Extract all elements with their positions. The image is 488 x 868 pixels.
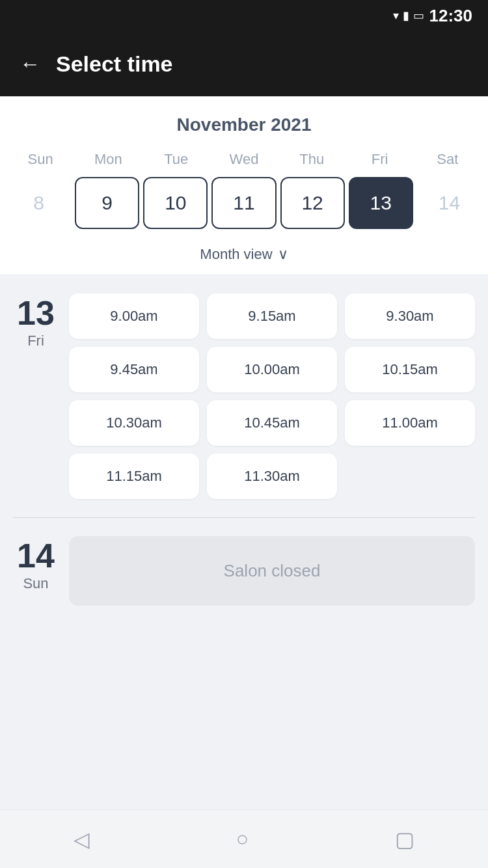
slot-1000am[interactable]: 10.00am [207, 347, 337, 392]
sunday-block: 14 Sun Salon closed [13, 536, 475, 619]
slot-1030am[interactable]: 10.30am [69, 400, 199, 446]
battery-icon: ▭ [413, 8, 424, 23]
slot-1045am[interactable]: 10.45am [207, 400, 337, 446]
slot-915am[interactable]: 9.15am [207, 293, 337, 339]
date-12[interactable]: 12 [280, 177, 345, 229]
month-label: November 2021 [0, 96, 488, 147]
nav-home-icon[interactable]: ○ [236, 827, 249, 851]
weekday-sat: Sat [414, 147, 481, 172]
slot-900am[interactable]: 9.00am [69, 293, 199, 339]
friday-slots-grid: 9.00am 9.15am 9.30am 9.45am 10.00am 10.1… [69, 293, 475, 499]
slot-1100am[interactable]: 11.00am [345, 400, 475, 446]
date-13[interactable]: 13 [349, 177, 413, 229]
calendar-section: November 2021 Sun Mon Tue Wed Thu Fri Sa… [0, 96, 488, 275]
chevron-down-icon: ∨ [278, 246, 288, 263]
date-8[interactable]: 8 [7, 177, 71, 229]
friday-name: Fri [27, 332, 44, 349]
header: ← Select time [0, 31, 488, 96]
friday-number: 13 [17, 296, 55, 330]
slot-1130am[interactable]: 11.30am [207, 454, 337, 499]
page-title: Select time [56, 51, 173, 77]
wifi-icon: ▾ [393, 8, 399, 23]
nav-recents-icon[interactable]: ▢ [395, 827, 414, 852]
status-bar: ▾ ▮ ▭ 12:30 [0, 0, 488, 31]
slot-1015am[interactable]: 10.15am [345, 347, 475, 392]
section-divider [13, 517, 475, 518]
month-view-toggle[interactable]: Month view ∨ [0, 239, 488, 275]
weekday-mon: Mon [74, 147, 142, 172]
weekdays-row: Sun Mon Tue Wed Thu Fri Sat [0, 147, 488, 172]
back-button[interactable]: ← [20, 52, 40, 76]
signal-icon: ▮ [403, 8, 409, 23]
date-14[interactable]: 14 [417, 177, 481, 229]
month-view-label: Month view [200, 246, 272, 263]
dates-row: 8 9 10 11 12 13 14 [0, 172, 488, 239]
weekday-wed: Wed [210, 147, 278, 172]
slot-945am[interactable]: 9.45am [69, 347, 199, 392]
status-icons: ▾ ▮ ▭ [393, 8, 424, 23]
sunday-name: Sun [23, 575, 48, 592]
slot-1115am[interactable]: 11.15am [69, 454, 199, 499]
friday-block: 13 Fri 9.00am 9.15am 9.30am 9.45am 10.00… [13, 293, 475, 499]
weekday-fri: Fri [346, 147, 413, 172]
closed-message: Salon closed [69, 536, 475, 606]
nav-back-icon[interactable]: ◁ [74, 827, 90, 852]
date-10[interactable]: 10 [143, 177, 208, 229]
weekday-thu: Thu [278, 147, 346, 172]
sunday-number: 14 [17, 539, 55, 573]
bottom-nav: ◁ ○ ▢ [0, 809, 488, 868]
weekday-tue: Tue [142, 147, 210, 172]
slot-930am[interactable]: 9.30am [345, 293, 475, 339]
status-time: 12:30 [429, 6, 473, 26]
date-9[interactable]: 9 [75, 177, 139, 229]
time-slots-section: 13 Fri 9.00am 9.15am 9.30am 9.45am 10.00… [0, 275, 488, 645]
sunday-label: 14 Sun [13, 536, 59, 606]
weekday-sun: Sun [7, 147, 74, 172]
date-11[interactable]: 11 [211, 177, 276, 229]
friday-label: 13 Fri [13, 293, 59, 499]
